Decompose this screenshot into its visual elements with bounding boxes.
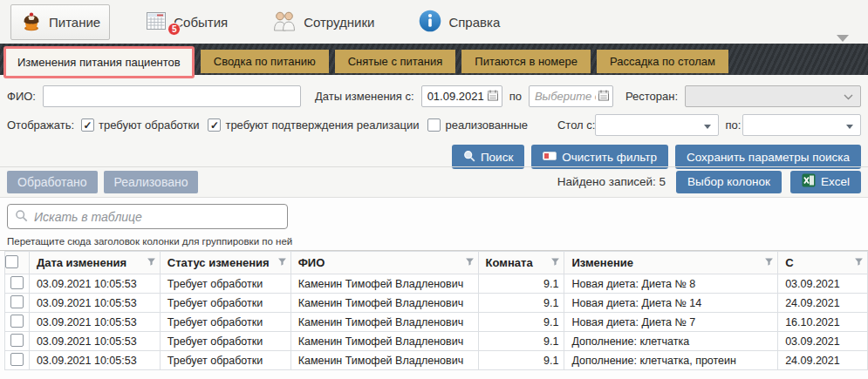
calendar-small-icon[interactable] xyxy=(598,90,609,104)
calendar-small-icon[interactable] xyxy=(488,90,498,104)
row-checkbox[interactable] xyxy=(10,353,24,366)
checkbox-need-processing[interactable] xyxy=(81,118,94,132)
toolbar-button-nutrition[interactable]: Питание xyxy=(10,4,110,40)
filter-funnel-icon[interactable] xyxy=(764,256,774,269)
excel-icon xyxy=(802,173,816,190)
checkbox-label: реализованные xyxy=(445,118,528,132)
results-table: Дата изменения Статус изменения ФИО Комн… xyxy=(4,251,868,370)
fio-label: ФИО: xyxy=(7,90,36,103)
table-to-label: по: xyxy=(726,118,742,132)
row-checkbox[interactable] xyxy=(10,334,24,347)
date-from-field[interactable] xyxy=(421,85,502,107)
group-by-hint: Перетащите сюда заголовок колонки для гр… xyxy=(0,236,868,251)
column-header-from[interactable]: С xyxy=(778,252,868,274)
toolbar-button-label: События xyxy=(174,15,228,30)
search-icon xyxy=(15,209,28,225)
row-checkbox[interactable] xyxy=(10,315,24,328)
column-header-status[interactable]: Статус изменения xyxy=(160,252,290,274)
toolbar-button-label: Питание xyxy=(49,15,100,30)
column-header-change[interactable]: Изменение xyxy=(564,252,778,274)
events-badge: 5 xyxy=(167,23,181,36)
dates-label: Даты изменения с: xyxy=(315,90,414,103)
calendar-icon: 5 xyxy=(145,10,167,35)
tab-eating-in-room[interactable]: Питаются в номере xyxy=(461,50,591,73)
table-search-input[interactable] xyxy=(34,210,280,224)
table-row[interactable]: 03.09.2021 10:05:53 Требует обработки Ка… xyxy=(5,313,868,332)
tabs-overflow-arrow[interactable] xyxy=(837,35,849,42)
date-from-input[interactable] xyxy=(427,90,485,103)
toolbar-button-staff[interactable]: Сотрудники xyxy=(263,5,383,39)
restaurant-select[interactable] xyxy=(685,85,861,107)
fio-input[interactable] xyxy=(43,85,301,107)
save-search-params-button[interactable]: Сохранить параметры поиска xyxy=(675,145,861,169)
filter-funnel-icon[interactable] xyxy=(550,256,560,269)
restaurant-label: Ресторан: xyxy=(625,90,678,103)
filter-funnel-icon[interactable] xyxy=(147,256,156,269)
search-button[interactable]: Поиск xyxy=(452,145,524,169)
tab-nutrition-summary[interactable]: Сводка по питанию xyxy=(201,50,329,73)
checkbox-label: требуют подтверждения реализации xyxy=(225,118,419,132)
column-chooser-button[interactable]: Выбор колонок xyxy=(676,171,782,193)
toolbar-button-label: Сотрудники xyxy=(304,15,374,30)
dropdown-arrow-icon xyxy=(846,118,853,132)
toolbar-button-label: Справка xyxy=(448,15,500,30)
toolbar-button-events[interactable]: 5 События xyxy=(136,5,236,39)
excel-export-button[interactable]: Excel xyxy=(790,171,861,193)
filter-panel: ФИО: Даты изменения с: по xyxy=(0,80,868,166)
filter-funnel-icon[interactable] xyxy=(277,256,287,269)
select-all-checkbox[interactable] xyxy=(5,255,18,268)
table-row[interactable]: 03.09.2021 10:05:53 Требует обработки Ка… xyxy=(5,351,868,370)
tab-bar: Изменения питания пациентов Сводка по пи… xyxy=(0,44,868,75)
tab-removed-from-meals[interactable]: Снятые с питания xyxy=(335,50,456,73)
checkbox-label: требуют обработки xyxy=(99,118,199,132)
date-to-label: по xyxy=(509,90,522,103)
clear-filter-icon xyxy=(543,151,557,164)
records-found-label: Найдено записей: 5 xyxy=(557,175,666,188)
date-to-field[interactable] xyxy=(529,85,613,107)
row-checkbox[interactable] xyxy=(10,295,24,308)
clear-filter-button[interactable]: Очистить фильтр xyxy=(531,145,668,169)
tab-patient-diet-changes[interactable]: Изменения питания пациентов xyxy=(3,46,195,78)
date-to-input[interactable] xyxy=(535,90,596,103)
info-icon xyxy=(418,9,442,36)
toolbar-button-help[interactable]: Справка xyxy=(409,4,509,40)
filter-funnel-icon[interactable] xyxy=(465,256,475,269)
processed-button[interactable]: Обработано xyxy=(7,171,98,193)
dropdown-arrow-icon xyxy=(704,118,711,132)
table-row[interactable]: 03.09.2021 10:05:53 Требует обработки Ка… xyxy=(5,332,868,351)
table-from-select[interactable] xyxy=(595,114,718,136)
grid-area: Перетащите сюда заголовок колонки для гр… xyxy=(0,197,868,379)
column-header-date[interactable]: Дата изменения xyxy=(29,252,160,274)
table-from-label: Стол с: xyxy=(557,118,595,132)
main-toolbar: Питание 5 События xyxy=(0,0,868,44)
chevron-down-icon xyxy=(844,90,853,103)
search-icon xyxy=(463,150,475,165)
column-header-fio[interactable]: ФИО xyxy=(290,252,478,274)
action-row: Обработано Реализовано Найдено записей: … xyxy=(0,166,868,196)
checkbox-realized[interactable] xyxy=(427,118,441,132)
people-icon xyxy=(271,10,297,35)
realized-button[interactable]: Реализовано xyxy=(104,171,199,193)
table-search-box[interactable] xyxy=(7,204,288,229)
table-row[interactable]: 03.09.2021 10:05:53 Требует обработки Ка… xyxy=(5,274,868,294)
display-label: Отображать: xyxy=(7,118,74,132)
column-header-room[interactable]: Комната xyxy=(478,252,564,274)
filter-funnel-icon[interactable] xyxy=(854,256,864,269)
checkbox-need-confirmation[interactable] xyxy=(208,118,221,132)
tab-table-seating[interactable]: Рассадка по столам xyxy=(597,50,728,73)
table-to-select[interactable] xyxy=(742,114,861,136)
row-checkbox[interactable] xyxy=(10,276,24,289)
table-row[interactable]: 03.09.2021 10:05:53 Требует обработки Ка… xyxy=(5,294,868,313)
table-header-row: Дата изменения Статус изменения ФИО Комн… xyxy=(5,252,868,274)
cake-icon xyxy=(20,10,43,35)
